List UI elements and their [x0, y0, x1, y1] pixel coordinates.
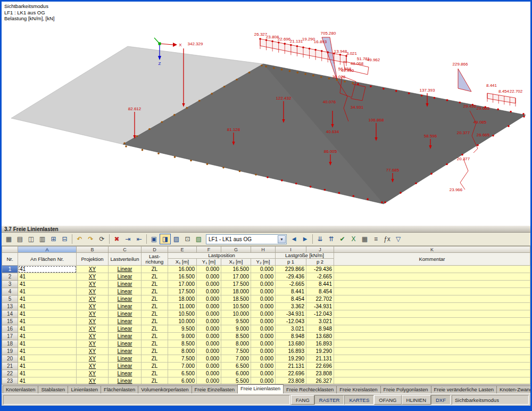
row-header[interactable]: 22: [2, 370, 18, 377]
cell[interactable]: 0.000: [197, 355, 221, 363]
row-header[interactable]: 14: [2, 310, 18, 318]
units-icon[interactable]: ≡: [370, 234, 381, 244]
column-letter-B[interactable]: B: [77, 246, 109, 253]
tab-volumenkörperlasten[interactable]: Volumenkörperlasten: [138, 385, 192, 393]
cell[interactable]: -2.665: [306, 273, 334, 281]
cell[interactable]: ZL: [142, 295, 168, 303]
cell[interactable]: XY: [77, 325, 109, 333]
cell[interactable]: XY: [77, 266, 109, 273]
cell[interactable]: 6.500: [221, 363, 251, 370]
cell[interactable]: 41: [18, 340, 77, 348]
cell[interactable]: ZL: [142, 303, 168, 310]
cell[interactable]: [334, 325, 530, 333]
cell[interactable]: Linear: [109, 281, 142, 288]
cell[interactable]: 19.290: [276, 355, 306, 363]
cell[interactable]: ZL: [142, 355, 168, 363]
cell[interactable]: 41: [18, 266, 77, 273]
cell[interactable]: [334, 363, 530, 370]
cell[interactable]: 16.500: [168, 273, 197, 281]
cell[interactable]: 16.000: [168, 266, 197, 273]
row-header[interactable]: 17: [2, 333, 18, 340]
cell[interactable]: ZL: [142, 340, 168, 348]
tab-knoten-zwangsverformungen[interactable]: Knoten-Zwangsverformungen: [496, 385, 530, 393]
tab-freie-einzellasten[interactable]: Freie Einzellasten: [192, 385, 238, 393]
row-header[interactable]: 5: [2, 295, 18, 303]
cell[interactable]: 21.131: [276, 363, 306, 370]
cell[interactable]: 0.000: [251, 370, 276, 377]
filter-icon[interactable]: ▽: [393, 234, 404, 244]
table-hide-icon[interactable]: ▥: [37, 234, 48, 244]
cell[interactable]: 41: [18, 325, 77, 333]
model-viewport[interactable]: Sichtbarkeitsmodus LF1 : LK1 aus OG Bela…: [2, 2, 530, 225]
row-header[interactable]: 19: [2, 348, 18, 355]
cell[interactable]: 0.000: [251, 310, 276, 318]
cell[interactable]: Linear: [109, 266, 142, 273]
cell[interactable]: XY: [77, 281, 109, 288]
cell[interactable]: 41: [18, 295, 77, 303]
cell[interactable]: 16.500: [221, 266, 251, 273]
cell[interactable]: -34.931: [276, 310, 306, 318]
column-letter-H[interactable]: H: [251, 246, 276, 253]
cell[interactable]: 0.000: [197, 325, 221, 333]
cell[interactable]: XY: [77, 310, 109, 318]
cell[interactable]: 0.000: [251, 295, 276, 303]
cell[interactable]: XY: [77, 340, 109, 348]
cell[interactable]: -34.931: [306, 303, 334, 310]
undo-icon[interactable]: ↶: [74, 234, 85, 244]
cell[interactable]: ZL: [142, 325, 168, 333]
column-letter-J[interactable]: J: [306, 246, 334, 253]
cell[interactable]: 41: [18, 288, 77, 295]
cell[interactable]: 6.000: [221, 370, 251, 377]
cell[interactable]: 0.000: [197, 303, 221, 310]
cell[interactable]: 6.000: [168, 377, 197, 385]
cell[interactable]: XY: [77, 295, 109, 303]
cell[interactable]: -12.043: [306, 310, 334, 318]
cell[interactable]: 17.500: [168, 288, 197, 295]
cell[interactable]: [334, 355, 530, 363]
status-button-hlinien[interactable]: HLINIEN: [402, 395, 431, 405]
cell[interactable]: 7.000: [168, 363, 197, 370]
cell[interactable]: ZL: [142, 333, 168, 340]
cell[interactable]: 229.866: [276, 266, 306, 273]
cell[interactable]: Linear: [109, 273, 142, 281]
cell[interactable]: 17.000: [221, 273, 251, 281]
cell[interactable]: XY: [77, 348, 109, 355]
row-remove-icon[interactable]: ⊟: [59, 234, 70, 244]
row-header[interactable]: 1: [2, 266, 18, 273]
cell[interactable]: ZL: [142, 318, 168, 325]
cell[interactable]: 0.000: [251, 266, 276, 273]
cell[interactable]: 13.680: [306, 333, 334, 340]
cell[interactable]: 22.696: [306, 363, 334, 370]
cell[interactable]: [334, 310, 530, 318]
column-letter-E[interactable]: E: [168, 246, 197, 253]
cell[interactable]: 22.696: [276, 370, 306, 377]
cell[interactable]: 41: [18, 303, 77, 310]
cell[interactable]: 23.808: [306, 370, 334, 377]
cell[interactable]: 0.000: [251, 273, 276, 281]
cell[interactable]: ZL: [142, 377, 168, 385]
picture-icon[interactable]: ▧: [193, 234, 204, 244]
edit-mode-icon[interactable]: ▨: [171, 234, 182, 244]
cell[interactable]: ZL: [142, 370, 168, 377]
row-header[interactable]: 18: [2, 340, 18, 348]
cell[interactable]: 41: [18, 281, 77, 288]
cell[interactable]: -29.436: [306, 266, 334, 273]
cell[interactable]: 0.000: [251, 377, 276, 385]
cell[interactable]: 6.500: [168, 370, 197, 377]
cell[interactable]: 41: [18, 318, 77, 325]
cell[interactable]: -29.436: [276, 273, 306, 281]
cell[interactable]: 41: [18, 333, 77, 340]
cell[interactable]: 9.500: [168, 325, 197, 333]
row-header[interactable]: 4: [2, 288, 18, 295]
cell[interactable]: XY: [77, 303, 109, 310]
cell[interactable]: 0.000: [197, 340, 221, 348]
cell[interactable]: Linear: [109, 363, 142, 370]
cell[interactable]: XY: [77, 370, 109, 377]
column-letter-G[interactable]: G: [221, 246, 251, 253]
cell[interactable]: 0.000: [251, 340, 276, 348]
cell[interactable]: Linear: [109, 288, 142, 295]
cell[interactable]: 8.441: [276, 288, 306, 295]
cell[interactable]: -2.665: [276, 281, 306, 288]
cell[interactable]: 11.000: [168, 303, 197, 310]
cell[interactable]: 16.893: [276, 348, 306, 355]
